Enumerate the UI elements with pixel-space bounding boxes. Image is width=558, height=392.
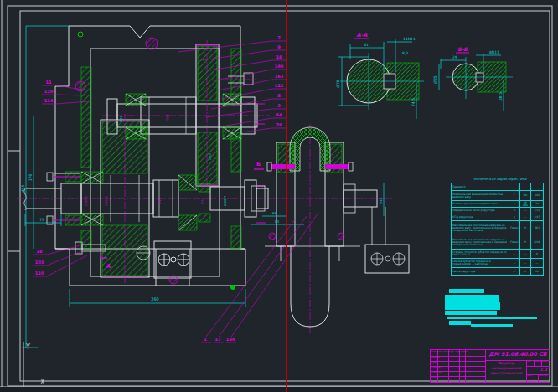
dim-bb-side: 38,5 bbox=[499, 92, 503, 101]
dim-bb-width: 29 bbox=[452, 55, 457, 59]
drawing-name-3: одноступенчатый bbox=[486, 372, 526, 377]
svg-text:Ø55: Ø55 bbox=[209, 153, 212, 159]
dim-base: 260 bbox=[151, 297, 159, 302]
table-title: Техническая характеристика bbox=[451, 178, 548, 181]
svg-text:1: 1 bbox=[204, 337, 207, 342]
section-aa-label: А-А bbox=[357, 32, 368, 39]
dim-mid: 170 bbox=[28, 174, 33, 182]
table-row: Номинальный вращающий момент на ведомом … bbox=[452, 191, 545, 201]
crosshair-horizontal bbox=[0, 199, 558, 199]
tech-characteristics-table: Техническая характеристика Параметр Номи… bbox=[451, 178, 548, 276]
table-row: Максимальная консольная нагрузка на веду… bbox=[452, 235, 545, 250]
doc-number: ДМ 91.06.40.00 СБ bbox=[486, 352, 550, 360]
note-line bbox=[445, 311, 497, 315]
dim-stub: 75 bbox=[39, 218, 44, 222]
dim-aa-depth: 8,3 bbox=[402, 51, 408, 55]
nkontr-label: Н.контр. bbox=[431, 372, 448, 376]
table-row: Максимальная консольная нагрузка на ведо… bbox=[452, 221, 545, 235]
dim-aa-dia: Ø70 bbox=[336, 80, 340, 87]
razrab-label: Разраб. bbox=[431, 357, 448, 361]
dim-height: 495 bbox=[21, 185, 25, 193]
svg-text:134: 134 bbox=[226, 337, 235, 342]
note-line bbox=[449, 289, 484, 293]
tkontr-label: Т.контр. bbox=[431, 367, 448, 371]
utv-label: Утв. bbox=[431, 377, 448, 381]
svg-text:7: 7 bbox=[277, 35, 281, 40]
lit-label: Лит. bbox=[527, 361, 534, 365]
title-block-header: Изм. Лист № докум. Подп. Дата bbox=[431, 351, 484, 356]
scale-value: 1:1 bbox=[538, 368, 550, 374]
note-line bbox=[447, 317, 537, 319]
svg-text:28: 28 bbox=[37, 249, 43, 254]
cad-window: Y X bbox=[0, 0, 558, 392]
note-line bbox=[445, 302, 500, 310]
dim-aa-key: 14N11 bbox=[403, 37, 416, 41]
svg-text:140: 140 bbox=[275, 64, 284, 69]
table-row: Смазка зубчатой передачи и подшипников —… bbox=[452, 259, 545, 268]
note-line bbox=[449, 321, 471, 325]
svg-text:103: 103 bbox=[35, 260, 44, 265]
svg-text:114: 114 bbox=[44, 98, 54, 103]
callouts-bottom: 1 17 134 bbox=[201, 213, 318, 343]
section-aa: А-А 61 14N11 8,3 Ø70 74,5 bbox=[336, 32, 424, 119]
svg-text:163: 163 bbox=[275, 74, 284, 79]
svg-text:3: 3 bbox=[277, 103, 281, 108]
dim-c2: 83 bbox=[275, 219, 280, 224]
crosshair-vertical bbox=[286, 0, 287, 392]
table-row: КПД редуктораη—0,97 bbox=[452, 214, 545, 221]
callouts-left-lower: 28 103 110 bbox=[33, 245, 87, 276]
section-mark-b: Б bbox=[256, 161, 261, 168]
dim-aa-width: 61 bbox=[364, 43, 369, 47]
svg-text:112: 112 bbox=[275, 83, 284, 88]
section-bb: Б-Б 29 8N11 Ø35 38,5 bbox=[433, 46, 513, 111]
svg-text:8: 8 bbox=[277, 93, 281, 98]
svg-text:17: 17 bbox=[215, 337, 221, 342]
svg-text:76: 76 bbox=[276, 122, 282, 127]
section-bb-label: Б-Б bbox=[457, 46, 468, 52]
bolts bbox=[47, 32, 256, 290]
note-line bbox=[445, 295, 499, 302]
dim-bb-key: 8N11 bbox=[489, 50, 499, 54]
svg-text:110: 110 bbox=[35, 271, 44, 276]
dim-aa-side: 74,5 bbox=[411, 98, 416, 106]
prov-label: Пров. bbox=[431, 362, 448, 366]
section-mark-a: А bbox=[106, 263, 111, 270]
ucs-icon: Y X bbox=[23, 342, 45, 387]
org-name: каф. Детали машин bbox=[527, 379, 550, 382]
oil-plug bbox=[146, 38, 158, 49]
svg-text:16: 16 bbox=[276, 54, 282, 59]
svg-text:Ø40H7: Ø40H7 bbox=[224, 196, 227, 206]
svg-text:11: 11 bbox=[46, 80, 52, 85]
dim-c1: 68 bbox=[272, 211, 277, 215]
coupling bbox=[251, 124, 409, 333]
scale-label: Масштаб bbox=[541, 361, 550, 365]
note-line bbox=[471, 324, 513, 327]
table-header-row: Параметр bbox=[452, 183, 545, 191]
status-bar bbox=[0, 387, 558, 392]
table-row: Передаточное число редуктораU—2,52 bbox=[452, 208, 545, 214]
svg-text:Ø45k6: Ø45k6 bbox=[105, 195, 108, 205]
svg-text:64: 64 bbox=[276, 112, 282, 117]
mass-label: Масса bbox=[535, 361, 541, 365]
title-block: Изм. Лист № докум. Подп. Дата Разраб. Пр… bbox=[430, 349, 550, 383]
table-row: Масса редуктора—кг44 bbox=[452, 268, 545, 276]
drain-plug bbox=[169, 276, 178, 284]
svg-text:Ø30k6: Ø30k6 bbox=[85, 195, 88, 205]
svg-text:110: 110 bbox=[44, 89, 54, 94]
svg-text:Ø95: Ø95 bbox=[166, 114, 169, 120]
table-row: Степень точности зубчатой передачи по ГО… bbox=[452, 250, 545, 259]
svg-text:9: 9 bbox=[277, 44, 281, 49]
dim-bb-dia: Ø35 bbox=[433, 75, 437, 83]
ucs-x-label: X bbox=[40, 379, 45, 386]
table-row: Частота вращения ведомого валаnоб/мин28 bbox=[452, 201, 545, 208]
svg-text:Ø40: Ø40 bbox=[120, 116, 123, 122]
